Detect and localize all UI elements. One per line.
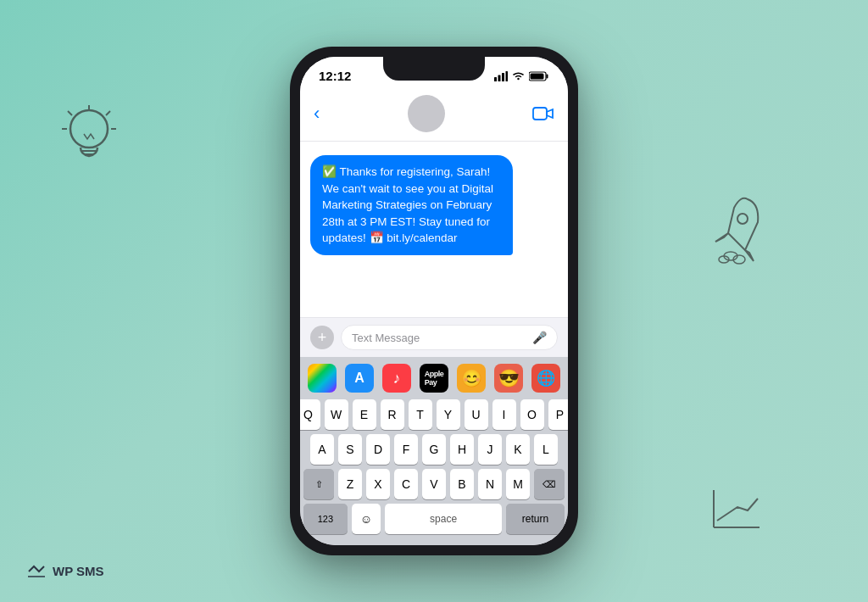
svg-rect-15 [498, 75, 501, 81]
app-photos-icon[interactable] [308, 364, 337, 393]
svg-line-4 [68, 111, 72, 115]
status-time: 12:12 [319, 69, 351, 83]
signal-icon [494, 71, 508, 81]
key-b[interactable]: B [450, 469, 474, 499]
key-k[interactable]: K [506, 434, 530, 465]
svg-rect-16 [502, 73, 504, 81]
keyboard-row-3: ⇧ Z X C V B N M ⌫ [303, 469, 565, 499]
battery-icon [529, 71, 549, 81]
svg-point-8 [737, 214, 748, 224]
keyboard: Q W E R T Y U I O P A S D F G H J K [300, 396, 568, 545]
contact-avatar [408, 95, 445, 132]
back-button[interactable]: ‹ [314, 103, 320, 125]
key-numbers[interactable]: 123 [303, 504, 348, 534]
key-v[interactable]: V [422, 469, 446, 499]
message-bubble: ✅ Thanks for registering, Sarah! We can'… [310, 155, 513, 255]
key-space[interactable]: space [385, 504, 502, 534]
key-m[interactable]: M [506, 469, 530, 499]
key-p[interactable]: P [548, 399, 569, 430]
key-t[interactable]: T [409, 399, 432, 430]
key-o[interactable]: O [520, 399, 544, 430]
key-r[interactable]: R [381, 399, 404, 430]
svg-rect-21 [533, 108, 547, 120]
svg-line-5 [106, 111, 110, 115]
rocket-decoration [698, 187, 775, 271]
key-backspace[interactable]: ⌫ [534, 469, 565, 499]
bulb-decoration [55, 102, 123, 178]
app-globe-icon[interactable]: 🌐 [531, 364, 560, 393]
key-h[interactable]: H [450, 434, 474, 465]
wifi-icon [512, 71, 525, 81]
key-u[interactable]: U [465, 399, 488, 430]
key-y[interactable]: Y [437, 399, 460, 430]
key-f[interactable]: F [394, 434, 418, 465]
keyboard-row-2: A S D F G H J K L [303, 434, 565, 465]
chart-decoration [707, 483, 766, 534]
svg-point-0 [70, 110, 108, 148]
text-message-input[interactable]: Text Message 🎤 [341, 325, 558, 350]
key-j[interactable]: J [478, 434, 502, 465]
messages-area: ✅ Thanks for registering, Sarah! We can'… [300, 142, 568, 317]
phone-notch [383, 57, 485, 81]
key-a[interactable]: A [310, 434, 334, 465]
key-emoji[interactable]: ☺ [352, 504, 381, 534]
key-g[interactable]: G [422, 434, 446, 465]
key-e[interactable]: E [353, 399, 376, 430]
text-message-placeholder: Text Message [352, 332, 420, 344]
svg-rect-14 [494, 77, 497, 81]
phone-screen: 12:12 [300, 57, 568, 545]
svg-rect-20 [531, 73, 544, 79]
keyboard-row-1: Q W E R T Y U I O P [303, 399, 565, 430]
microphone-icon: 🎤 [532, 331, 547, 344]
key-w[interactable]: W [325, 399, 348, 430]
key-c[interactable]: C [394, 469, 418, 499]
key-q[interactable]: Q [300, 399, 320, 430]
key-s[interactable]: S [338, 434, 362, 465]
phone-frame: 12:12 [290, 47, 578, 555]
plus-icon: + [318, 330, 327, 345]
video-call-icon[interactable] [532, 105, 554, 122]
key-z[interactable]: Z [338, 469, 362, 499]
status-icons [494, 71, 549, 81]
app-memoji2-icon[interactable]: 😎 [494, 364, 523, 393]
key-i[interactable]: I [492, 399, 516, 430]
key-d[interactable]: D [366, 434, 390, 465]
add-button[interactable]: + [310, 326, 334, 349]
key-shift[interactable]: ⇧ [303, 469, 334, 499]
svg-rect-17 [506, 71, 509, 81]
svg-rect-19 [547, 74, 548, 78]
key-n[interactable]: N [478, 469, 502, 499]
app-memoji1-icon[interactable]: 😊 [457, 364, 486, 393]
brand-logo: WP SMS [27, 564, 104, 578]
input-bar: + Text Message 🎤 [300, 317, 568, 357]
key-l[interactable]: L [534, 434, 558, 465]
messages-header: ‹ [300, 88, 568, 142]
app-music-icon[interactable]: ♪ [382, 364, 411, 393]
app-pay-icon[interactable]: ApplePay [420, 364, 448, 393]
key-x[interactable]: X [366, 469, 390, 499]
brand-name: WP SMS [53, 564, 104, 578]
key-return[interactable]: return [506, 504, 565, 534]
keyboard-row-4: 123 ☺ space return [303, 504, 565, 534]
keyboard-apps-row: A ♪ ApplePay 😊 😎 🌐 [300, 357, 568, 396]
app-appstore-icon[interactable]: A [345, 364, 374, 393]
